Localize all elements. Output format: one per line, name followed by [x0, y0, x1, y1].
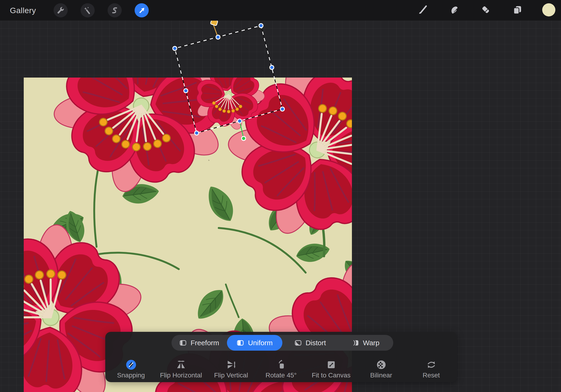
flip-horizontal-icon: [176, 359, 186, 370]
tab-warp[interactable]: Warp: [338, 335, 393, 351]
gallery-button[interactable]: Gallery: [10, 6, 36, 15]
selection-button[interactable]: [108, 3, 122, 17]
reset-label: Reset: [423, 371, 440, 379]
uniform-icon: [237, 339, 244, 347]
transform-button[interactable]: [135, 3, 149, 17]
snapping-magnetics-icon: [126, 359, 136, 370]
selection-s-icon: [111, 6, 119, 14]
fit-to-canvas-label: Fit to Canvas: [312, 371, 351, 379]
erase-button[interactable]: [479, 3, 492, 16]
flip-horizontal-button[interactable]: Flip Horizontal: [156, 359, 206, 379]
freeform-icon: [179, 339, 187, 347]
fit-to-canvas-icon: [326, 359, 336, 370]
reset-button[interactable]: Reset: [406, 359, 456, 379]
tab-freeform[interactable]: Freeform: [172, 335, 227, 351]
color-button[interactable]: [542, 3, 555, 16]
bilinear-label: Bilinear: [370, 371, 392, 379]
selection-handle-top-right[interactable]: [259, 23, 264, 28]
layers-button[interactable]: [511, 3, 524, 16]
wrench-icon: [57, 6, 65, 14]
selection-handle-right-mid[interactable]: [270, 65, 274, 70]
transform-panel: Freeform Uniform Distort Warp: [105, 332, 457, 382]
procreate-transform-screen: { "header": { "gallery_label": "Gallery"…: [0, 0, 561, 392]
flip-vertical-icon: [226, 359, 236, 370]
rotate-45-button[interactable]: Rotate 45°: [256, 359, 306, 379]
bilinear-interpolation-icon: [376, 359, 387, 370]
transform-actions-row: Snapping Flip Horizontal Flip Vertical: [106, 359, 456, 379]
smudge-finger-icon: [449, 5, 460, 15]
flip-horizontal-label: Flip Horizontal: [160, 371, 202, 379]
selection-handle-top-left[interactable]: [173, 46, 177, 51]
active-color-swatch: [542, 3, 555, 16]
flip-vertical-label: Flip Vertical: [214, 371, 248, 379]
layers-icon: [512, 5, 522, 15]
brush-button[interactable]: [416, 3, 430, 16]
bilinear-button[interactable]: Bilinear: [356, 359, 406, 379]
rotate-45-icon: [276, 359, 286, 370]
tab-distort[interactable]: Distort: [282, 335, 338, 351]
flip-vertical-button[interactable]: Flip Vertical: [206, 359, 256, 379]
eraser-icon: [481, 5, 491, 15]
warp-icon: [352, 339, 359, 347]
snap-guide-line: [213, 24, 217, 36]
transform-arrow-icon: [138, 6, 146, 14]
fit-to-canvas-button[interactable]: Fit to Canvas: [306, 359, 356, 379]
rotate-45-label: Rotate 45°: [265, 371, 297, 379]
tab-uniform[interactable]: Uniform: [227, 335, 282, 351]
snapping-label: Snapping: [117, 371, 145, 379]
snapping-button[interactable]: Snapping: [106, 359, 156, 379]
adjustments-button[interactable]: [81, 3, 95, 17]
actions-button[interactable]: [54, 3, 68, 17]
tab-warp-label: Warp: [363, 339, 380, 347]
reset-icon: [426, 359, 436, 370]
tab-freeform-label: Freeform: [191, 339, 219, 347]
tab-distort-label: Distort: [306, 339, 326, 347]
smudge-button[interactable]: [448, 3, 461, 16]
tab-uniform-label: Uniform: [248, 339, 272, 347]
brush-icon: [418, 5, 428, 15]
selection-handle-top-mid[interactable]: [216, 35, 221, 40]
distort-icon: [294, 339, 302, 347]
transform-mode-segmented-control: Freeform Uniform Distort Warp: [172, 335, 393, 351]
magic-wand-icon: [84, 6, 92, 14]
top-toolbar: Gallery: [0, 0, 561, 21]
